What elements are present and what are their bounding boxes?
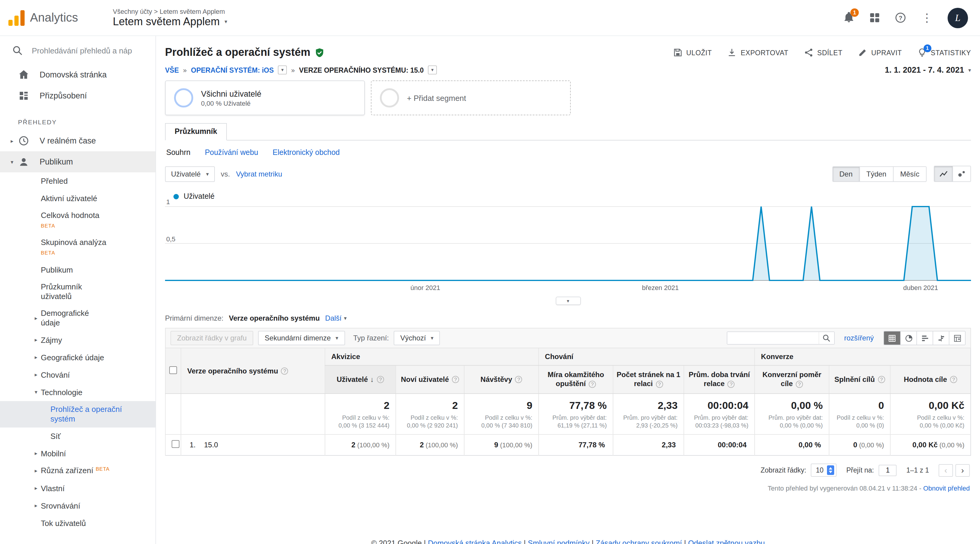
help-icon[interactable]: ? xyxy=(950,376,957,383)
segment-all-users[interactable]: Všichni uživatelé 0,00 % Uživatelé xyxy=(165,80,365,115)
help-icon[interactable]: ? xyxy=(589,381,596,388)
footer-link-terms[interactable]: Smluvní podmínky xyxy=(528,539,590,544)
granularity-week[interactable]: Týden xyxy=(859,167,893,181)
sidebar-item-home[interactable]: Domovská stránka xyxy=(0,64,156,85)
tab-explorer[interactable]: Průzkumník xyxy=(165,123,227,140)
sidebar-search[interactable] xyxy=(0,36,156,64)
help-icon[interactable]: ? xyxy=(377,376,384,383)
help-icon[interactable]: ? xyxy=(878,376,885,383)
filter-all[interactable]: VŠE xyxy=(165,66,179,73)
sidebar-item-user-explorer[interactable]: Průzkumník uživatelů xyxy=(0,279,156,305)
chart-collapse-button[interactable]: ▾ xyxy=(555,297,581,305)
granularity-month[interactable]: Měsíc xyxy=(893,167,926,181)
property-picker[interactable]: Letem světem Applem ▾ xyxy=(113,15,227,28)
column-header-goal-completions[interactable]: Splnění cílů? xyxy=(829,365,890,394)
advanced-filter-link[interactable]: rozšířený xyxy=(844,334,874,342)
next-page-button[interactable]: › xyxy=(955,464,970,477)
sidebar-item-interests[interactable]: ▸ Zájmy xyxy=(0,332,156,349)
notifications-button[interactable]: 1 xyxy=(843,12,854,24)
column-header-pages-session[interactable]: Počet stránek na 1 relaci? xyxy=(613,365,684,394)
insights-button[interactable]: 1 STATISTIKY xyxy=(918,48,971,57)
sidebar-item-custom[interactable]: ▸ Vlastní xyxy=(0,480,156,497)
sort-type-select[interactable]: Výchozí ▾ xyxy=(394,331,440,345)
table-row[interactable]: 1.15.0 2(100,00 %) 2(100,00 %) 9(100,00 … xyxy=(165,434,971,455)
footer-link-privacy[interactable]: Zásady ochrany soukromí xyxy=(596,539,682,544)
prev-page-button[interactable]: ‹ xyxy=(939,464,953,477)
avatar[interactable]: L xyxy=(948,8,968,28)
sidebar-item-audiences[interactable]: Publikum xyxy=(0,261,156,279)
edit-button[interactable]: UPRAVIT xyxy=(858,48,902,57)
percentage-view-button[interactable] xyxy=(900,332,916,345)
sidebar-item-mobile[interactable]: ▸ Mobilní xyxy=(0,445,156,462)
column-header-session-duration[interactable]: Prům. doba trvání relace? xyxy=(684,365,755,394)
pivot-view-button[interactable] xyxy=(949,332,965,345)
search-input[interactable] xyxy=(32,46,133,55)
table-search-input[interactable] xyxy=(727,332,818,344)
help-icon[interactable]: ? xyxy=(655,381,663,388)
sidebar-item-demographics[interactable]: ▸ Demografické údaje xyxy=(0,305,156,332)
export-button[interactable]: EXPORTOVAT xyxy=(728,48,789,57)
filter-os-version-dropdown[interactable]: ▾ xyxy=(428,65,437,75)
secondary-dimension-button[interactable]: Sekundární dimenze ▾ xyxy=(258,331,345,345)
metric-select[interactable]: Uživatelé ▾ xyxy=(165,166,215,182)
filter-os-version[interactable]: VERZE OPERAČNÍHO SYSTÉMU: 15.0 xyxy=(299,66,424,73)
comparison-view-button[interactable] xyxy=(932,332,949,345)
row-checkbox[interactable] xyxy=(172,440,180,448)
data-view-button[interactable] xyxy=(884,332,900,345)
sidebar-item-geo[interactable]: ▸ Geografické údaje xyxy=(0,349,156,366)
analytics-logo-icon[interactable] xyxy=(8,10,25,26)
column-header-goal-value[interactable]: Hodnota cíle? xyxy=(890,365,971,394)
account-breadcrumb[interactable]: Všechny účty > Letem světem Applem xyxy=(113,8,227,15)
sidebar-item-active-users[interactable]: Aktivní uživatelé xyxy=(0,190,156,207)
primary-dimension-value[interactable]: Verze operačního systému xyxy=(229,314,320,322)
column-header-dimension[interactable]: Verze operačního systému? xyxy=(181,348,325,394)
goto-page-input[interactable] xyxy=(879,464,897,476)
sidebar-item-overview[interactable]: Přehled xyxy=(0,172,156,190)
column-header-bounce-rate[interactable]: Míra okamžitého opuštění? xyxy=(539,365,613,394)
sidebar-item-behavior[interactable]: ▸ Chování xyxy=(0,366,156,384)
line-chart-button[interactable] xyxy=(934,166,952,181)
column-header-new-users[interactable]: Noví uživatelé? xyxy=(396,365,464,394)
plot-rows-button[interactable]: Zobrazit řádky v grafu xyxy=(170,331,253,345)
rows-per-page-select[interactable]: 10 xyxy=(811,464,837,477)
subtab-ecommerce[interactable]: Elektronický obchod xyxy=(273,148,340,157)
more-menu-button[interactable]: ⋮ xyxy=(921,12,932,24)
help-icon[interactable]: ? xyxy=(728,381,735,388)
filter-os[interactable]: OPERAČNÍ SYSTÉM: iOS xyxy=(191,66,274,73)
table-search-button[interactable] xyxy=(818,332,834,344)
apps-grid-button[interactable] xyxy=(870,13,880,23)
column-header-users[interactable]: Uživatelé↓? xyxy=(325,365,396,394)
help-button[interactable]: ? xyxy=(895,12,906,24)
sidebar-item-browser-os[interactable]: Prohlížeč a operační systém xyxy=(0,401,156,428)
more-dimensions-button[interactable]: Další ▾ xyxy=(325,314,347,322)
select-all-checkbox[interactable] xyxy=(169,366,177,374)
subtab-summary[interactable]: Souhrn xyxy=(166,148,191,157)
share-button[interactable]: SDÍLET xyxy=(804,48,842,57)
refresh-report-link[interactable]: Obnovit přehled xyxy=(923,485,970,492)
timeseries-chart[interactable]: 10,5 únor 2021březen 2021duben 2021 xyxy=(165,204,971,295)
date-range-picker[interactable]: 1. 1. 2021 - 7. 4. 2021 ▾ xyxy=(885,65,971,75)
help-icon[interactable]: ? xyxy=(796,381,803,388)
sidebar-item-lifetime-value[interactable]: Celková hodnotaBETA xyxy=(0,207,156,234)
filter-os-dropdown[interactable]: ▾ xyxy=(278,65,287,75)
add-segment-button[interactable]: + Přidat segment xyxy=(371,80,571,115)
save-button[interactable]: ULOŽIT xyxy=(673,48,712,57)
sidebar-item-benchmarking[interactable]: ▸ Srovnávání xyxy=(0,497,156,515)
sidebar-item-realtime[interactable]: ▸ V reálném čase xyxy=(0,130,156,151)
help-icon[interactable]: ? xyxy=(452,376,459,383)
motion-chart-button[interactable] xyxy=(952,166,970,181)
sidebar-item-customization[interactable]: Přizpůsobení xyxy=(0,85,156,106)
sidebar-item-cross-device[interactable]: ▸ Různá zařízeníBETA xyxy=(0,462,156,480)
help-icon[interactable]: ? xyxy=(515,376,522,383)
column-header-sessions[interactable]: Návštěvy? xyxy=(464,365,539,394)
sidebar-item-network[interactable]: Síť xyxy=(0,428,156,445)
sidebar-item-cohort[interactable]: Skupinová analýzaBETA xyxy=(0,234,156,261)
footer-link-feedback[interactable]: Odeslat zpětnou vazbu xyxy=(688,539,765,544)
sidebar-item-users-flow[interactable]: Tok uživatelů xyxy=(0,515,156,532)
subtab-site-usage[interactable]: Používání webu xyxy=(205,148,258,157)
footer-link-analytics-home[interactable]: Domovská stránka Analytics xyxy=(428,539,522,544)
performance-view-button[interactable] xyxy=(916,332,932,345)
granularity-day[interactable]: Den xyxy=(833,167,859,181)
select-metric-link[interactable]: Vybrat metriku xyxy=(236,170,282,178)
sidebar-item-technology[interactable]: ▾ Technologie xyxy=(0,384,156,401)
